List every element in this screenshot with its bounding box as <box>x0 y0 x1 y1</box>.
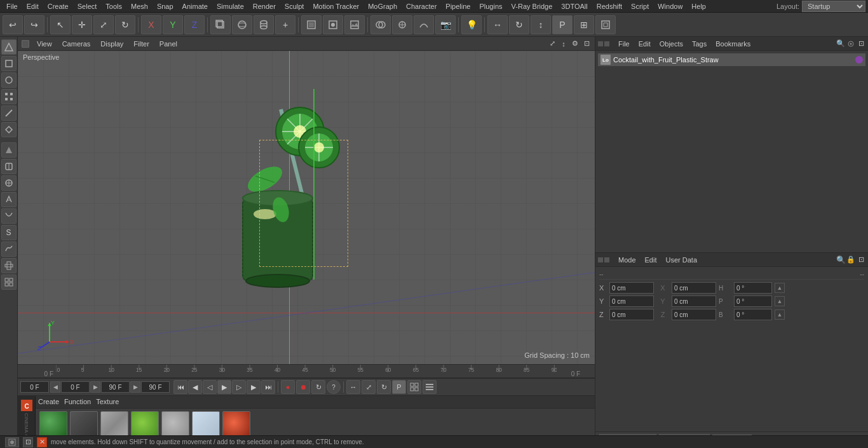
timeline-view-button[interactable] <box>423 380 437 394</box>
menu-tools[interactable]: Tools <box>102 1 126 11</box>
mat-texture[interactable]: Texture <box>96 398 119 405</box>
menu-simulate[interactable]: Simulate <box>213 1 248 11</box>
snap-mode-button[interactable] <box>595 15 616 34</box>
menu-sculpt[interactable]: Sculpt <box>281 1 308 11</box>
menu-motion-tracker[interactable]: Motion Tracker <box>309 1 363 11</box>
sidebar-model-mode[interactable] <box>1 39 17 55</box>
rotate-tool2-button[interactable]: ↻ <box>509 15 529 34</box>
scale-keys-button[interactable]: ⤢ <box>362 380 376 394</box>
viewport-filter[interactable]: Filter <box>131 39 151 49</box>
sidebar-tool2[interactable] <box>1 159 17 174</box>
move-keys-button[interactable]: ↔ <box>346 380 360 394</box>
cursor-tool-button[interactable]: ↖ <box>50 15 71 34</box>
y-size-input[interactable] <box>672 295 716 307</box>
om-objects[interactable]: Objects <box>657 39 686 49</box>
sidebar-points-mode[interactable] <box>1 89 17 104</box>
viewport-cameras[interactable]: Cameras <box>60 39 93 49</box>
y-axis-button[interactable]: Y <box>163 15 183 34</box>
grid-button[interactable]: ⊞ <box>574 15 594 34</box>
menu-mograph[interactable]: MoGraph <box>364 1 401 11</box>
prev-frame-button[interactable]: ◀ <box>188 380 202 394</box>
frame-all-button[interactable] <box>301 15 322 34</box>
cylinder-button[interactable] <box>254 15 274 34</box>
viewport-settings-icon[interactable]: ⚙ <box>571 39 580 48</box>
z-pos-input[interactable] <box>609 309 654 320</box>
viewport-camera-icon[interactable]: ↕ <box>559 39 568 48</box>
menu-window[interactable]: Window <box>654 1 686 11</box>
viewport-maximize-icon[interactable]: ⊡ <box>582 39 591 48</box>
menu-create[interactable]: Create <box>44 1 72 11</box>
sidebar-object-mode[interactable] <box>1 56 17 71</box>
deformer-button[interactable] <box>414 15 434 34</box>
layout-dropdown[interactable]: Startup <box>802 1 865 12</box>
material-tag-icon[interactable] <box>855 56 863 64</box>
goto-end-button[interactable]: ⏭ <box>261 380 275 394</box>
start-frame-input[interactable] <box>61 381 90 393</box>
scale-tool2-button[interactable]: ↕ <box>531 15 551 34</box>
p-stepper[interactable]: ▲ <box>775 296 785 306</box>
menu-animate[interactable]: Animate <box>179 1 212 11</box>
menu-mesh[interactable]: Mesh <box>127 1 152 11</box>
sidebar-tool4[interactable] <box>1 192 17 207</box>
current-frame-input[interactable] <box>20 381 49 393</box>
frame-up-btn[interactable]: ▶ <box>90 381 100 393</box>
sidebar-tool1[interactable] <box>1 142 17 158</box>
light-button[interactable]: 💡 <box>461 15 482 34</box>
sidebar-texture-mode[interactable] <box>1 72 17 88</box>
move-tool2-button[interactable]: ↔ <box>487 15 508 34</box>
menu-redshift[interactable]: Redshift <box>593 1 626 11</box>
om-search-icon[interactable]: 🔍 <box>836 39 845 48</box>
sidebar-polygon-mode[interactable] <box>1 122 17 137</box>
object-row-cocktail[interactable]: Lo Cocktail_with_Fruit_Plastic_Straw <box>598 53 865 66</box>
max-frame-input[interactable] <box>141 381 170 393</box>
add-object-button[interactable]: + <box>275 15 295 34</box>
end-frame-input[interactable] <box>101 381 130 393</box>
om-tags[interactable]: Tags <box>689 39 709 49</box>
om-expand-icon[interactable]: ⊡ <box>857 39 865 48</box>
menu-snap[interactable]: Snap <box>153 1 177 11</box>
sphere-button[interactable] <box>232 15 252 34</box>
scale-tool-button[interactable]: ⤢ <box>93 15 114 34</box>
prev-key-button[interactable]: ◁ <box>203 380 217 394</box>
transform-button[interactable]: P <box>552 15 573 34</box>
menu-render[interactable]: Render <box>249 1 280 11</box>
cloner-button[interactable] <box>392 15 412 34</box>
camera-object-button[interactable]: 📷 <box>435 15 456 34</box>
record-button[interactable]: ⏺ <box>296 380 310 394</box>
attr-userdata[interactable]: User Data <box>663 255 700 265</box>
x-pos-input[interactable] <box>609 282 654 294</box>
viewport-expand-icon[interactable]: ⤢ <box>548 39 557 48</box>
menu-vray[interactable]: V-Ray Bridge <box>508 1 557 11</box>
viewport-menu-icon[interactable] <box>22 40 29 48</box>
status-close-icon[interactable]: ✕ <box>37 437 47 447</box>
menu-help[interactable]: Help <box>688 1 710 11</box>
h-input[interactable] <box>734 282 772 294</box>
menu-3dtoall[interactable]: 3DTOAll <box>557 1 591 11</box>
viewport-view[interactable]: View <box>34 39 55 49</box>
attr-search-icon[interactable]: 🔍 <box>836 255 845 264</box>
sidebar-edges-mode[interactable] <box>1 105 17 121</box>
menu-file[interactable]: File <box>3 1 22 11</box>
b-input[interactable] <box>734 309 772 320</box>
menu-edit[interactable]: Edit <box>23 1 43 11</box>
viewport-panel[interactable]: Panel <box>157 39 180 49</box>
z-axis-button[interactable]: Z <box>184 15 205 34</box>
cube-button[interactable] <box>210 15 231 34</box>
z-size-input[interactable] <box>672 309 716 320</box>
boole-button[interactable] <box>370 15 391 34</box>
attr-expand-icon[interactable]: ⊡ <box>857 255 865 264</box>
mat-function[interactable]: Function <box>64 398 91 405</box>
attr-mode[interactable]: Mode <box>616 255 639 265</box>
tangent-button[interactable]: P <box>392 380 406 394</box>
picture-viewer-button[interactable] <box>344 15 365 34</box>
sidebar-tool7[interactable] <box>1 241 17 257</box>
fcurve-button[interactable] <box>407 380 421 394</box>
y-pos-input[interactable] <box>609 295 654 307</box>
mat-create[interactable]: Create <box>38 398 59 405</box>
om-file[interactable]: File <box>616 39 632 49</box>
auto-key-button[interactable]: ● <box>281 380 295 394</box>
frame-down-btn[interactable]: ◀ <box>50 381 60 393</box>
menu-pipeline[interactable]: Pipeline <box>442 1 474 11</box>
p-input[interactable] <box>734 295 772 307</box>
b-stepper[interactable]: ▲ <box>775 309 785 320</box>
